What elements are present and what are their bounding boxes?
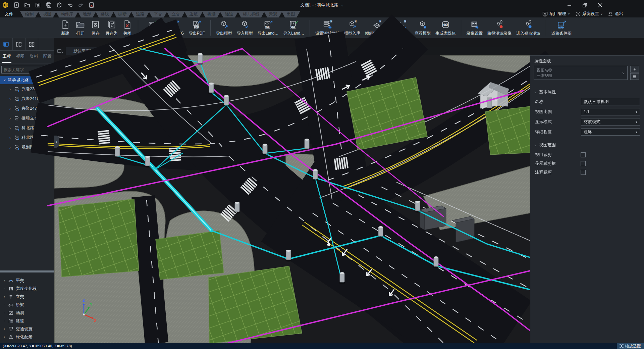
- menu-tab-road[interactable]: 道路: [131, 11, 150, 17]
- sidebar-splitter[interactable]: [0, 270, 54, 272]
- chevron-right-icon[interactable]: ›: [9, 87, 12, 92]
- chevron-right-icon[interactable]: ›: [9, 106, 12, 111]
- export-pdf-button[interactable]: PDF 导出PDF: [186, 18, 207, 37]
- zoom-fit-button[interactable]: 缩放适配: [617, 343, 644, 349]
- tab-data[interactable]: 资料: [27, 54, 41, 60]
- menu-tab-view[interactable]: 视图: [38, 11, 57, 17]
- new-button[interactable]: 新建: [58, 18, 73, 37]
- menu-tab-draw[interactable]: 绘制: [20, 11, 39, 17]
- viewpoint-roam-button[interactable]: 进入视点漫游: [514, 18, 543, 37]
- chevron-right-icon[interactable]: ›: [9, 126, 12, 131]
- save-all-icon[interactable]: [45, 1, 52, 9]
- menu-tab-file[interactable]: 文件: [0, 11, 18, 17]
- library-item[interactable]: › 绿化配景: [0, 333, 54, 341]
- menu-tab-profile[interactable]: 纵断: [113, 11, 132, 17]
- close-doc-icon[interactable]: [88, 1, 95, 9]
- properties-panel: 属性面板 视图名称 三维视图 ˅ + ≣ ∨ 基本属性 名称 默认三维视图 视图…: [530, 55, 644, 343]
- caret-down-icon: ˅: [568, 12, 570, 16]
- workspace: 工程 视图 资料 配置 ∨ 科学城北路 › 兴隆239路 › 兴隆241路: [0, 38, 644, 343]
- save-icon[interactable]: [34, 1, 42, 9]
- component-library-panel: › 平交 宽度变化段 › 立交 桥梁 涵洞: [0, 275, 54, 343]
- menu-tab-component-library[interactable]: 构件库: [55, 11, 79, 17]
- maximize-button[interactable]: [577, 0, 592, 10]
- minimize-button[interactable]: [561, 0, 577, 10]
- view-model-button[interactable]: 查看模型: [412, 18, 433, 37]
- menu-tab-route[interactable]: 路线: [95, 11, 114, 17]
- record-settings-button[interactable]: 录像设置: [464, 18, 485, 37]
- import-landxml-button[interactable]: XML 导入Land…: [281, 18, 307, 37]
- view-scale-select[interactable]: 1:1 ▾: [581, 108, 640, 115]
- export-model-button[interactable]: 导出模型: [214, 18, 234, 37]
- path-roam-record-button[interactable]: 路径漫游录像: [485, 18, 514, 37]
- chevron-right-icon[interactable]: ›: [3, 335, 6, 339]
- chevron-right-icon[interactable]: ›: [9, 97, 12, 101]
- intersection-icon: [8, 278, 14, 284]
- chevron-right-icon[interactable]: ›: [3, 327, 6, 331]
- view-selector-combo[interactable]: 视图名称 三维视图 ˅: [534, 66, 628, 80]
- chevron-right-icon[interactable]: ›: [9, 116, 12, 121]
- road-condition-map-button[interactable]: ROAD 道路条件图: [549, 18, 574, 37]
- display-mode-select[interactable]: 材质模式 ▾: [581, 118, 640, 126]
- annotation-crop-checkbox[interactable]: [581, 170, 586, 175]
- tab-config[interactable]: 配置: [41, 54, 54, 60]
- chevron-right-icon[interactable]: ›: [3, 294, 6, 299]
- viewport-crop-checkbox[interactable]: [581, 152, 586, 157]
- offline-package-button[interactable]: GJ 生成离线包: [433, 18, 458, 37]
- library-item[interactable]: › 交通设施: [0, 325, 54, 333]
- library-item[interactable]: 涵洞: [0, 309, 54, 317]
- menu-tab-tunnel[interactable]: 隧道: [220, 11, 239, 17]
- viewport-3d-scene[interactable]: Z Y X: [54, 55, 530, 343]
- menu-tab-interchange[interactable]: 立交: [166, 11, 185, 17]
- add-view-button[interactable]: +: [630, 66, 639, 72]
- panel-left-layout-button[interactable]: [0, 38, 13, 50]
- save-as-button[interactable]: 另存为: [103, 18, 120, 37]
- undo-icon[interactable]: [66, 1, 74, 9]
- model-to-library-button[interactable]: H 模型入库: [342, 18, 363, 37]
- open-button[interactable]: 打开: [73, 18, 88, 37]
- library-item[interactable]: 宽度变化段: [0, 285, 54, 293]
- menu-tab-output[interactable]: 出图: [281, 11, 301, 17]
- section-view-range[interactable]: ∨ 视图范围: [534, 142, 556, 148]
- detail-level-select[interactable]: 粗略 ▾: [581, 128, 640, 136]
- new-doc-icon[interactable]: [13, 1, 20, 9]
- view-list-button[interactable]: ≣: [630, 73, 639, 80]
- close-button[interactable]: [592, 0, 608, 10]
- menu-tab-markings[interactable]: 标志标线: [237, 11, 265, 17]
- open-folder-icon[interactable]: [23, 1, 31, 9]
- tab-project[interactable]: 工程: [0, 54, 13, 60]
- section-basic-properties[interactable]: ∨ 基本属性: [534, 89, 556, 95]
- chevron-right-icon[interactable]: ›: [9, 145, 12, 150]
- save-as-icon: [106, 19, 117, 30]
- export-landxml-button[interactable]: XML 导出Land…: [255, 18, 281, 37]
- chevron-right-icon[interactable]: ›: [3, 278, 6, 283]
- float-view-button[interactable]: [54, 47, 66, 55]
- library-item[interactable]: › 平交: [0, 277, 54, 285]
- model-box-icon[interactable]: [56, 1, 63, 9]
- menu-tab-bridge-culvert[interactable]: 桥涵: [202, 11, 221, 17]
- panel-grid-layout-button[interactable]: [25, 38, 38, 50]
- save-button[interactable]: 保存: [88, 18, 103, 37]
- menu-tab-slope[interactable]: 边坡: [184, 11, 203, 17]
- exit-menu[interactable]: 退出: [608, 11, 623, 17]
- menu-tab-landscape[interactable]: 景观: [264, 11, 283, 17]
- menu-tab-at-grade[interactable]: 平交: [149, 11, 168, 17]
- name-input[interactable]: 默认三维视图: [581, 98, 640, 105]
- import-model-button[interactable]: 导入模型: [234, 18, 255, 37]
- panel-mosaic-layout-button[interactable]: [13, 38, 25, 50]
- chevron-right-icon[interactable]: ›: [9, 136, 12, 140]
- library-item[interactable]: 桥梁: [0, 301, 54, 309]
- library-item[interactable]: 隧道: [0, 317, 54, 325]
- close-file-button[interactable]: 关闭: [120, 18, 135, 37]
- sidebar-collapse-handle[interactable]: ‹: [54, 136, 59, 148]
- tree-guide: [3, 313, 6, 313]
- library-item[interactable]: › 立交: [0, 293, 54, 301]
- status-bar: (X=226620.47, Y=189059.40, Z=689.78) 缩放适…: [0, 343, 644, 349]
- show-crop-box-checkbox[interactable]: [581, 161, 586, 166]
- road-condition-map-icon: ROAD: [556, 19, 567, 30]
- redo-icon[interactable]: [77, 1, 85, 9]
- system-settings-menu[interactable]: 系统设置 ˅: [575, 11, 602, 17]
- menu-tab-terrain[interactable]: 地形: [77, 11, 97, 17]
- float-view-icon: [57, 49, 63, 54]
- project-manage-menu[interactable]: 项目管理 ˅: [542, 11, 570, 17]
- tab-view[interactable]: 视图: [13, 54, 27, 60]
